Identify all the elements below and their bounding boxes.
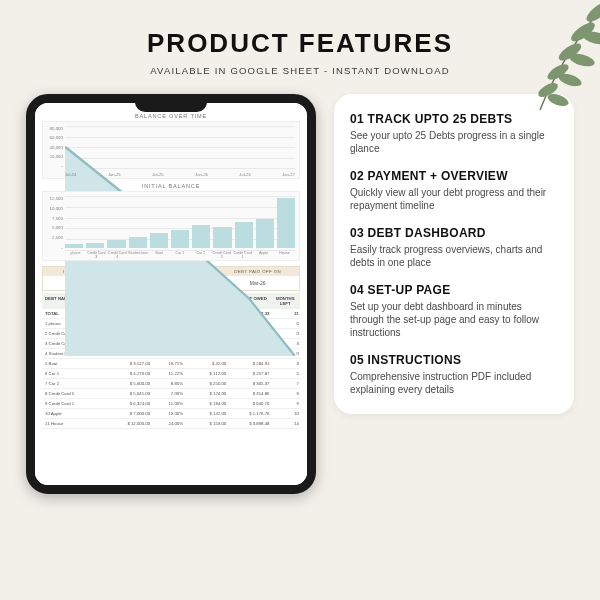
bar	[256, 219, 274, 248]
table-row: 6 Car 1$ 4,270.0011.22%$ 112.00$ 257.875	[42, 369, 300, 379]
area-chart: 80,000 60,000 40,000 20,000 - Jul-24 Jan…	[42, 121, 300, 179]
feature-4: 04 SET-UP PAGE Set up your debt dashboar…	[350, 283, 558, 339]
bar	[65, 244, 83, 248]
bar-y-axis: 12,500 10,000 7,500 5,000 2,500 -	[45, 196, 63, 250]
table-row: 8 Credit Card 5$ 5,041.007.00%$ 124.00$ …	[42, 389, 300, 399]
bar	[86, 243, 104, 248]
bar	[235, 222, 253, 248]
bar	[150, 233, 168, 248]
tablet-notch	[135, 101, 207, 112]
bar-x-axis: phoneCredit Card 3Credit Card 4Student l…	[65, 251, 295, 259]
area-y-axis: 80,000 60,000 40,000 20,000 -	[45, 126, 63, 168]
svg-point-8	[584, 0, 600, 25]
bar	[277, 198, 295, 248]
feature-5: 05 INSTRUCTIONS Comprehensive instructio…	[350, 353, 558, 396]
tablet-mockup: BALANCE OVER TIME 80,000 60,000 40,000 2…	[26, 94, 316, 494]
table-row: 9 Credit Card 1$ 6,324.0011.00%$ 184.00$…	[42, 399, 300, 409]
bar	[213, 227, 231, 248]
table-row: 11 House$ 12,000.0024.00%$ 159.00$ 3,898…	[42, 419, 300, 429]
features-card: 01 TRACK UPTO 25 DEBTS See your upto 25 …	[334, 94, 574, 414]
feature-2: 02 PAYMENT + OVERVIEW Quickly view all y…	[350, 169, 558, 212]
table-row: 7 Car 2$ 5,600.008.85%$ 250.00$ 305.377	[42, 379, 300, 389]
bar	[129, 237, 147, 248]
bar	[171, 230, 189, 248]
leaf-decoration	[480, 0, 600, 120]
bar-series	[65, 196, 295, 248]
bar-chart: 12,500 10,000 7,500 5,000 2,500 - phoneC…	[42, 191, 300, 261]
table-row: 10 Apple$ 7,000.0019.00%$ 142.00$ 1,176.…	[42, 409, 300, 419]
feature-3: 03 DEBT DASHBOARD Easily track progress …	[350, 226, 558, 269]
bar	[192, 225, 210, 248]
area-chart-title: BALANCE OVER TIME	[42, 113, 300, 119]
area-x-axis: Jul-24 Jan-25 Jul-25 Jan-26 Jul-26 Jan-2…	[65, 172, 295, 177]
bar	[107, 240, 125, 248]
table-row: 5 Boat$ 3,527.0019.71%$ 42.00$ 284.913	[42, 359, 300, 369]
tablet-screen: BALANCE OVER TIME 80,000 60,000 40,000 2…	[35, 103, 307, 485]
